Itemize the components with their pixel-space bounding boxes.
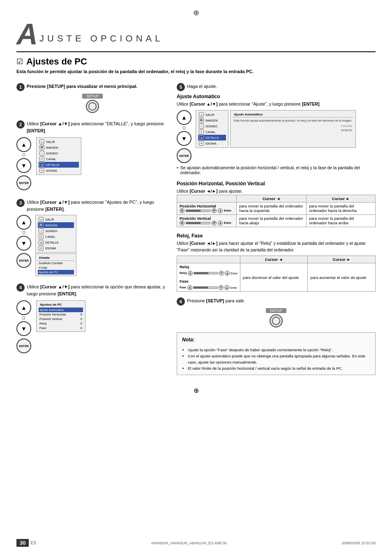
step3-canal-icon: ≡ xyxy=(39,234,44,239)
step4-reloj-label: Reloj xyxy=(39,322,46,325)
ajuste-auto-bullet: Se ajustan automáticamente la posición h… xyxy=(177,165,376,175)
step4-fase: Fase 0 xyxy=(39,326,83,330)
step-3-menu-left: ↩ SALIR 🖼 IMAGEN ♪ SONIDO xyxy=(35,215,76,253)
reloj-sub-label: Reloj xyxy=(180,272,187,274)
setup-inner-circle xyxy=(88,102,97,111)
step-2-illustration: ▲ O ▼ ENTER ↩ SALIR xyxy=(16,137,168,191)
ajustespc-label: Ajustes de PC xyxy=(39,270,58,274)
pos-th-left: Cursor ◄ xyxy=(236,195,306,202)
detalle-label: DETALLE xyxy=(46,163,60,167)
step-5-number: 5 xyxy=(177,83,185,91)
step3-enter-button: ENTER xyxy=(16,253,31,268)
reloj-heading: Reloj, Fase xyxy=(177,233,376,239)
step4-enter-button: ENTER xyxy=(16,339,31,353)
crosshair-bottom-icon: ⊕ xyxy=(194,387,199,394)
step4-pos-h-label: Posición Horizontal xyxy=(39,313,66,316)
ajuste-auto-illustration: ▲ O ▼ ENTER ↩ SALIR xyxy=(177,110,376,163)
reloj-th-label xyxy=(177,256,240,263)
nota-item-3: El valor límite de la posición horizonta… xyxy=(188,365,370,371)
canal-icon: ≡ xyxy=(39,157,44,161)
down-button: ▼ xyxy=(16,158,31,173)
left-column: 1 Presione [SETUP] para visualizar el me… xyxy=(16,83,168,382)
auto-ajuste-label: ok/ajuste xyxy=(233,128,353,132)
step3-canal-label: CANAL xyxy=(45,235,55,239)
step3-idioma-icon: A xyxy=(39,246,44,251)
menu-row-sonido: ♪ SONIDO xyxy=(39,150,79,156)
page-header: ⊕ xyxy=(16,8,376,17)
step-2-number: 2 xyxy=(16,120,25,129)
step3-salir: ↩ SALIR xyxy=(38,216,74,222)
step5-remote: ▲ O ▼ ENTER xyxy=(177,110,191,163)
reloj-bar-row: A ⟳ ● Entre xyxy=(188,271,238,276)
fase-bar-row: A ⟳ ● Entre xyxy=(187,285,237,290)
ph-mini-enter: ● xyxy=(218,208,223,213)
auto-detalle-icon: ⚙ xyxy=(199,135,204,140)
pv-mini-enter: ● xyxy=(218,221,223,226)
fase-sub-label: Fase xyxy=(180,286,186,289)
pos-v-right: para mover la pantalla del ordenador hac… xyxy=(307,214,376,227)
auto-idioma: A IDIOMA xyxy=(198,140,226,146)
pos-table: Cursor ◄ Cursor ► Posición Horizontal A xyxy=(177,195,376,227)
step3-imagen: 🖼 IMAGEN xyxy=(38,222,74,228)
ajuste-auto-menu-right: Ajuste Automático Esta función ajusta au… xyxy=(230,110,356,148)
step-5-text: Haga el ajuste. xyxy=(187,83,217,90)
step-1-number: 1 xyxy=(16,83,25,91)
step6-setup-circle xyxy=(270,314,283,327)
step4-pos-h: Posición Horizontal 0 xyxy=(39,312,83,317)
step3-imagen-label: IMAGEN xyxy=(45,223,58,227)
pos-h-bar: A ⟳ ● Entre xyxy=(180,208,234,213)
reloj-main-label: Reloj xyxy=(180,265,238,269)
step4-fase-val: 0 xyxy=(81,326,82,330)
pos-v-left: para mover la pantalla del ordenador hac… xyxy=(236,214,306,227)
detalle-vchip: V-chip xyxy=(38,265,74,270)
step3-salir-label: SALIR xyxy=(45,218,54,221)
pv-bar-fill xyxy=(186,222,210,224)
page-number: 30 xyxy=(16,539,29,547)
step-2-text: Utilice [Cursor ▲/▼] para seleccionar "D… xyxy=(27,120,168,134)
pos-h-right: para mover la pantalla del ordenador hac… xyxy=(307,202,376,214)
pv-mini-move: ⟳ xyxy=(212,221,217,226)
ajuste-auto-menu-left: ↩ SALIR 🖼 IMAGEN ♪ SONIDO xyxy=(196,110,228,148)
step4-ajuste-auto-label: Ajuste Automático xyxy=(39,308,64,312)
sustituto-label: Sustituto Cerrado xyxy=(39,261,62,265)
step3-down-button: ▼ xyxy=(16,236,31,251)
reloj-cursor-left: para disminuir el valor del ajuste xyxy=(240,263,308,292)
menu-row-idioma: A IDIOMA xyxy=(39,168,79,173)
step-4-number: 4 xyxy=(16,283,25,292)
idioma-icon: A xyxy=(39,168,44,173)
detalle-header: Detalle xyxy=(38,255,74,261)
auto-menu-desc: Esta función ajusta automáticamente la p… xyxy=(233,117,353,124)
vchip-label: V-chip xyxy=(39,266,47,269)
fase-mini-adjust: A xyxy=(187,285,192,290)
step3-detalle-label: DETALLE xyxy=(45,241,59,244)
auto-canal-icon: ≡ xyxy=(199,129,204,134)
step3-up-button: ▲ xyxy=(16,215,31,230)
pos-h-row: Posición Horizontal A ⟳ ● Entre xyxy=(177,202,376,214)
step-3-menu-detail: Detalle Sustituto Cerrado V-chip Ajustes… xyxy=(35,253,76,276)
fase-bar: Fase A ⟳ ● Entre xyxy=(180,285,238,290)
step-3: 3 Utilice [Cursor ▲/▼] para seleccionar … xyxy=(16,199,168,276)
fase-bar-fill xyxy=(193,286,218,289)
step4-pos-h-val: 0 xyxy=(81,313,82,316)
step5-up-btn: ▲ xyxy=(177,110,191,125)
title-section: A JUSTE OPCIONAL xyxy=(16,19,376,52)
step-5: 5 Haga el ajuste. Ajuste Automático Util… xyxy=(177,83,376,375)
step-2: 2 Utilice [Cursor ▲/▼] para seleccionar … xyxy=(16,120,168,191)
reloj-label-cell: Reloj Reloj A ⟳ ● Entre xyxy=(177,263,240,292)
canal-label: CANAL xyxy=(46,157,56,161)
step-6-number: 6 xyxy=(177,297,185,306)
page-number-container: 30 ES xyxy=(16,539,36,547)
menu-row-canal: ≡ CANAL xyxy=(39,156,79,162)
main-content: 1 Presione [SETUP] para visualizar el me… xyxy=(16,83,376,382)
step5-down-btn: ▼ xyxy=(177,131,191,146)
step3-imagen-icon: 🖼 xyxy=(39,223,44,228)
reloj-th-right: Cursor ► xyxy=(308,256,376,263)
section-title: Ajustes de PC xyxy=(26,56,87,67)
step-1-text: Presione [SETUP] para visualizar el menú… xyxy=(27,83,138,90)
imagen-icon: 🖼 xyxy=(39,145,44,150)
fase-mini-enter: ● xyxy=(224,285,229,290)
detalle-icon: ⚙ xyxy=(39,162,44,167)
step3-salir-icon: ↩ xyxy=(39,217,44,222)
sonido-label: SONIDO xyxy=(46,152,58,155)
auto-canal: ≡ CANAL xyxy=(198,129,226,135)
